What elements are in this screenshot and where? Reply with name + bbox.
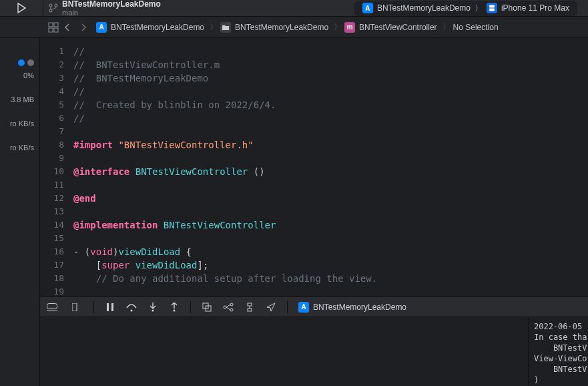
chevron-right-icon: 〉 bbox=[443, 21, 451, 33]
target-scheme: BNTestMemoryLeakDemo bbox=[377, 3, 471, 13]
line-number: 10 bbox=[40, 165, 64, 178]
crumb-label: BNTestMemoryLeakDemo bbox=[235, 23, 328, 32]
app-icon: A bbox=[362, 3, 373, 13]
nav-forward-icon[interactable] bbox=[80, 23, 87, 31]
pause-icon[interactable] bbox=[105, 302, 115, 313]
net-rate: ro KB/s bbox=[0, 144, 39, 152]
console-line: 2022-06-05 bbox=[534, 321, 588, 332]
line-number: 11 bbox=[40, 178, 64, 192]
code-line[interactable] bbox=[73, 285, 588, 297]
svg-line-22 bbox=[226, 305, 230, 307]
process-name: BNTestMemoryLeakDemo bbox=[313, 303, 406, 312]
console-line: BNTestV bbox=[534, 364, 588, 375]
svg-rect-12 bbox=[107, 303, 109, 311]
code-line[interactable] bbox=[73, 205, 588, 218]
code-line[interactable] bbox=[73, 125, 588, 138]
line-number: 14 bbox=[40, 218, 64, 232]
code-editor[interactable]: 1234567891011121314151617181920 //// BNT… bbox=[40, 38, 588, 297]
chevron-right-icon: 〉 bbox=[210, 21, 218, 33]
svg-rect-8 bbox=[54, 28, 58, 32]
breakpoints-icon[interactable] bbox=[72, 302, 83, 313]
view-hierarchy-icon[interactable] bbox=[202, 302, 212, 313]
m-file-icon: m bbox=[344, 22, 355, 33]
crumb-item[interactable]: No Selection bbox=[453, 23, 499, 32]
folder-icon bbox=[220, 22, 231, 33]
environment-icon[interactable] bbox=[244, 302, 255, 313]
run-destination[interactable]: A BNTestMemoryLeakDemo 〉 iPhone 11 Pro M… bbox=[354, 1, 577, 16]
svg-rect-25 bbox=[248, 309, 252, 311]
line-number: 18 bbox=[40, 272, 64, 285]
console-line: View-ViewCo bbox=[534, 353, 588, 364]
line-number: 5 bbox=[40, 98, 64, 112]
location-icon[interactable] bbox=[266, 302, 276, 313]
svg-rect-4 bbox=[489, 9, 495, 11]
hide-debug-icon[interactable] bbox=[47, 302, 57, 313]
line-number: 1 bbox=[40, 45, 64, 58]
line-number: 2 bbox=[40, 58, 64, 71]
line-number: 16 bbox=[40, 245, 64, 258]
jump-bar: ABNTestMemoryLeakDemo 〉 BNTestMemoryLeak… bbox=[0, 17, 588, 38]
code-line[interactable]: // BNTestViewController.m bbox=[73, 58, 588, 71]
step-into-icon[interactable] bbox=[148, 302, 158, 313]
code-line[interactable] bbox=[73, 178, 588, 192]
chevron-right-icon: 〉 bbox=[334, 21, 342, 33]
line-number: 4 bbox=[40, 85, 64, 98]
variables-view[interactable] bbox=[40, 317, 528, 386]
code-line[interactable]: [super viewDidLoad]; bbox=[73, 258, 588, 272]
target-device: iPhone 11 Pro Max bbox=[501, 3, 569, 13]
code-line[interactable] bbox=[73, 232, 588, 245]
app-icon: A bbox=[96, 22, 107, 33]
code-line[interactable]: // bbox=[73, 45, 588, 58]
disk-rate: ro KB/s bbox=[0, 120, 39, 128]
svg-rect-9 bbox=[47, 303, 57, 309]
svg-rect-11 bbox=[72, 303, 77, 311]
memory-graph-icon[interactable] bbox=[223, 302, 234, 313]
step-over-icon[interactable] bbox=[126, 302, 137, 313]
separator bbox=[43, 0, 43, 16]
code-line[interactable]: // bbox=[73, 112, 588, 125]
code-line[interactable]: // BNTestMemoryLeakDemo bbox=[73, 71, 588, 85]
line-number: 15 bbox=[40, 232, 64, 245]
code-line[interactable]: @implementation BNTestViewController bbox=[73, 218, 588, 232]
svg-rect-6 bbox=[54, 23, 58, 27]
svg-rect-13 bbox=[111, 303, 113, 311]
svg-point-1 bbox=[55, 4, 57, 7]
svg-rect-3 bbox=[489, 5, 495, 8]
code-area[interactable]: //// BNTestViewController.m// BNTestMemo… bbox=[73, 38, 588, 297]
code-line[interactable]: // Created by blinblin on 2022/6/4. bbox=[73, 98, 588, 112]
line-number-gutter: 1234567891011121314151617181920 bbox=[40, 38, 73, 297]
scheme-selector[interactable]: BNTestMemoryLeakDemo main bbox=[62, 0, 161, 17]
crumb-item[interactable]: BNTestMemoryLeakDemo bbox=[220, 22, 328, 33]
console-output[interactable]: 2022-06-05 In case tha BNTestVView-ViewC… bbox=[528, 317, 588, 386]
run-button[interactable] bbox=[13, 0, 29, 16]
simulator-icon bbox=[487, 3, 497, 13]
chevron-right-icon: 〉 bbox=[475, 3, 483, 14]
crumb-label: BNTestViewController bbox=[359, 23, 437, 32]
code-line[interactable]: // Do any additional setup after loading… bbox=[73, 272, 588, 285]
step-out-icon[interactable] bbox=[169, 302, 180, 313]
scheme-name: BNTestMemoryLeakDemo bbox=[62, 0, 161, 9]
crumb-item[interactable]: mBNTestViewController bbox=[344, 22, 437, 33]
process-selector[interactable]: A BNTestMemoryLeakDemo bbox=[298, 302, 406, 313]
code-line[interactable]: // bbox=[73, 85, 588, 98]
svg-line-23 bbox=[226, 307, 230, 310]
svg-point-21 bbox=[230, 309, 233, 311]
console-line: In case tha bbox=[534, 332, 588, 343]
svg-point-20 bbox=[230, 303, 233, 306]
code-line[interactable]: @interface BNTestViewController () bbox=[73, 165, 588, 178]
line-number: 7 bbox=[40, 125, 64, 138]
crumb-label: No Selection bbox=[453, 23, 499, 32]
svg-point-0 bbox=[49, 4, 52, 7]
svg-point-16 bbox=[174, 309, 176, 311]
nav-back-icon[interactable] bbox=[64, 23, 71, 31]
code-line[interactable]: @end bbox=[73, 192, 588, 205]
code-line[interactable] bbox=[73, 152, 588, 165]
related-items-icon[interactable] bbox=[48, 22, 59, 33]
crumb-label: BNTestMemoryLeakDemo bbox=[111, 23, 204, 32]
code-line[interactable]: #import "BNTestViewController.h" bbox=[73, 138, 588, 152]
svg-rect-5 bbox=[49, 23, 53, 27]
code-line[interactable]: - (void)viewDidLoad { bbox=[73, 245, 588, 258]
scheme-branch: main bbox=[62, 9, 161, 17]
crumb-item[interactable]: ABNTestMemoryLeakDemo bbox=[96, 22, 204, 33]
line-number: 17 bbox=[40, 258, 64, 272]
